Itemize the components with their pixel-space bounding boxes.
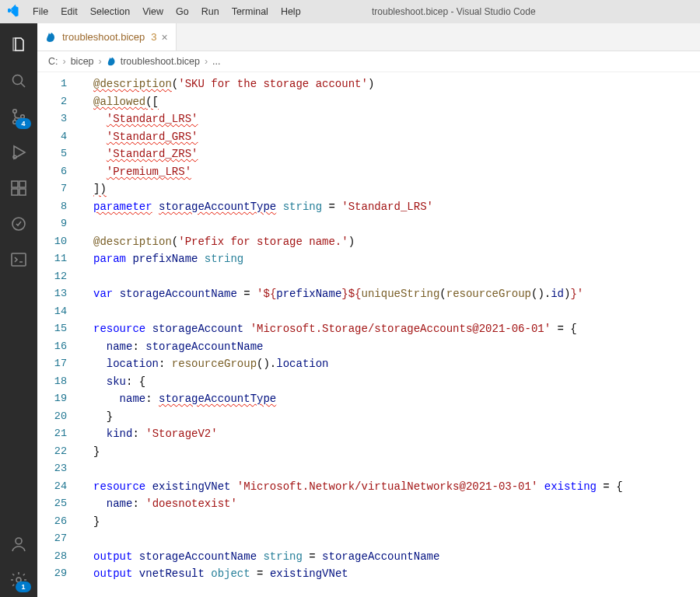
tab-problem-count: 3 (151, 31, 156, 43)
code-line[interactable]: output vnetResult object = existingVNet (82, 565, 700, 583)
menu-run[interactable]: Run (195, 4, 226, 19)
code-line[interactable] (82, 303, 700, 321)
extensions-icon (9, 179, 28, 200)
code-line[interactable]: param prefixName string (82, 250, 700, 268)
line-number: 1 (37, 75, 67, 93)
code-line[interactable]: 'Premium_LRS' (82, 163, 700, 181)
close-icon[interactable]: × (161, 32, 167, 43)
code-line[interactable]: } (82, 513, 700, 531)
menu-view[interactable]: View (136, 4, 170, 19)
line-number: 26 (37, 513, 67, 531)
activity-bar: 4 (0, 23, 37, 597)
code-line[interactable]: @description('Prefix for storage name.') (82, 233, 700, 251)
code-lines[interactable]: @description('SKU for the storage accoun… (82, 72, 700, 586)
activity-run-debug[interactable] (0, 137, 37, 169)
tab-label: troubleshoot.bicep (62, 31, 145, 43)
breadcrumb-seg-1[interactable]: bicep (71, 56, 94, 67)
code-line[interactable]: name: storageAccountType (82, 390, 700, 408)
code-line[interactable]: @description('SKU for the storage accoun… (82, 75, 700, 93)
menu-terminal[interactable]: Terminal (226, 4, 275, 19)
bicep-file-icon (107, 56, 117, 67)
line-number: 2 (37, 93, 67, 111)
scm-badge: 4 (16, 118, 31, 129)
code-line[interactable]: resource storageAccount 'Microsoft.Stora… (82, 320, 700, 338)
svg-rect-7 (12, 181, 18, 187)
editor-column: troubleshoot.bicep 3 × C: › bicep › trou… (37, 23, 700, 597)
line-number: 7 (37, 180, 67, 198)
code-line[interactable] (82, 268, 700, 286)
code-line[interactable]: location: resourceGroup().location (82, 355, 700, 373)
code-line[interactable]: @allowed([ (82, 93, 700, 111)
code-line[interactable]: var storageAccountName = '${prefixName}$… (82, 285, 700, 303)
svg-line-1 (21, 83, 25, 87)
svg-marker-5 (14, 146, 25, 159)
activity-test[interactable] (0, 208, 37, 241)
code-line[interactable]: } (82, 443, 700, 461)
code-line[interactable] (82, 530, 700, 548)
title-bar: File Edit Selection View Go Run Terminal… (0, 0, 700, 23)
svg-point-0 (13, 75, 23, 84)
run-debug-icon (9, 143, 28, 164)
breadcrumb[interactable]: C: › bicep › troubleshoot.bicep › ... (37, 51, 700, 72)
menu-go[interactable]: Go (170, 4, 195, 19)
menu-file[interactable]: File (26, 4, 54, 19)
line-number: 21 (37, 425, 67, 443)
code-line[interactable]: sku: { (82, 373, 700, 391)
tab-bar: troubleshoot.bicep 3 × (37, 23, 700, 51)
line-number: 6 (37, 163, 67, 181)
code-line[interactable]: parameter storageAccountType string = 'S… (82, 198, 700, 216)
line-number: 5 (37, 145, 67, 163)
vscode-logo-icon (6, 5, 20, 19)
line-number: 23 (37, 460, 67, 478)
line-number: 24 (37, 478, 67, 496)
activity-accounts[interactable] (0, 529, 37, 561)
svg-point-6 (13, 155, 16, 159)
files-icon (9, 36, 28, 57)
line-number: 16 (37, 338, 67, 356)
code-line[interactable]: 'Standard_GRS' (82, 128, 700, 146)
code-line[interactable]: ]) (82, 180, 700, 198)
terminal-icon (9, 250, 28, 271)
activity-explorer[interactable] (0, 30, 37, 62)
activity-source-control[interactable]: 4 (0, 101, 37, 134)
breadcrumb-seg-2[interactable]: troubleshoot.bicep (107, 56, 200, 67)
line-number: 20 (37, 408, 67, 426)
activity-manage[interactable]: 1 (0, 564, 37, 597)
svg-point-2 (13, 109, 17, 113)
activity-terminal[interactable] (0, 244, 37, 277)
code-line[interactable] (82, 460, 700, 478)
line-number: 4 (37, 128, 67, 146)
svg-rect-9 (19, 189, 26, 195)
line-number: 13 (37, 285, 67, 303)
svg-rect-12 (12, 253, 26, 266)
breadcrumb-seg-0[interactable]: C: (48, 56, 58, 67)
code-line[interactable]: resource existingVNet 'Microsoft.Network… (82, 478, 700, 496)
activity-extensions[interactable] (0, 173, 37, 205)
breadcrumb-seg-3[interactable]: ... (212, 56, 220, 67)
line-number: 29 (37, 565, 67, 583)
code-line[interactable]: 'Standard_LRS' (82, 110, 700, 128)
code-line[interactable]: name: storageAccountName (82, 338, 700, 356)
code-editor[interactable]: 1234567891011121314151617181920212223242… (37, 72, 700, 597)
code-line[interactable]: output storageAccountName string = stora… (82, 548, 700, 566)
code-line[interactable]: } (82, 408, 700, 426)
code-line[interactable]: name: 'doesnotexist' (82, 495, 700, 513)
code-line[interactable]: 'Standard_ZRS' (82, 145, 700, 163)
line-number: 14 (37, 303, 67, 321)
menu-help[interactable]: Help (275, 4, 307, 19)
line-number: 15 (37, 320, 67, 338)
line-number: 10 (37, 233, 67, 251)
code-line[interactable]: kind: 'StorageV2' (82, 425, 700, 443)
line-number: 17 (37, 355, 67, 373)
activity-search[interactable] (0, 65, 37, 98)
chevron-right-icon: › (99, 56, 102, 67)
line-number: 3 (37, 110, 67, 128)
menu-selection[interactable]: Selection (84, 4, 136, 19)
menu-edit[interactable]: Edit (54, 4, 84, 19)
tab-troubleshoot-bicep[interactable]: troubleshoot.bicep 3 × (37, 23, 177, 51)
line-number: 25 (37, 495, 67, 513)
svg-rect-8 (12, 189, 18, 195)
line-number: 18 (37, 373, 67, 391)
code-line[interactable] (82, 215, 700, 233)
test-beaker-icon (9, 215, 28, 236)
